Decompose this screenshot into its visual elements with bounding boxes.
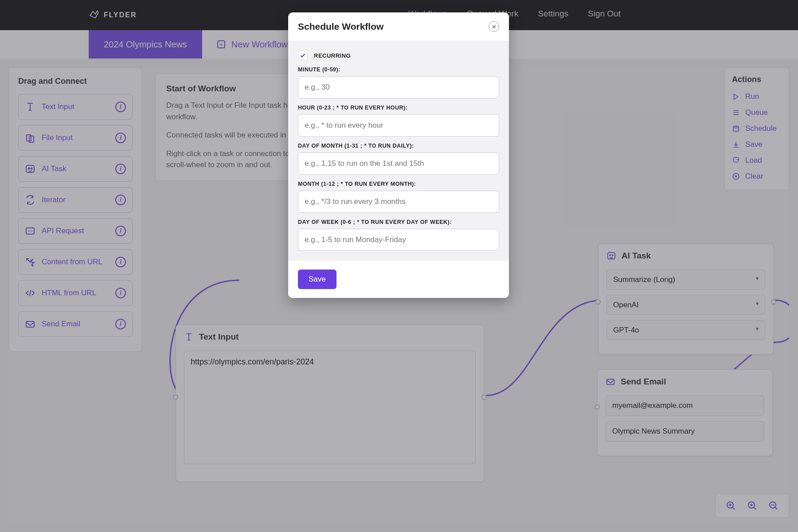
modal-overlay[interactable]: Schedule Workflow ✕ Recurring Minute (0-… — [0, 0, 798, 532]
modal-title: Schedule Workflow — [298, 21, 383, 32]
recurring-label: Recurring — [314, 52, 351, 59]
hour-input[interactable] — [298, 114, 499, 137]
dow-label: Day of Week (0-6 ; * to run every day of… — [298, 219, 499, 225]
schedule-modal: Schedule Workflow ✕ Recurring Minute (0-… — [288, 12, 509, 298]
day-of-month-input[interactable] — [298, 153, 499, 175]
month-label: Month (1-12 ; * to run every month): — [298, 181, 499, 187]
check-icon — [299, 52, 306, 59]
dom-label: Day of Month (1-31 ; * to run daily): — [298, 143, 499, 149]
minute-label: Minute (0-59): — [298, 66, 499, 73]
modal-close-button[interactable]: ✕ — [489, 21, 499, 32]
recurring-checkbox[interactable] — [298, 51, 308, 60]
save-button[interactable]: Save — [298, 270, 336, 289]
hour-label: Hour (0-23 ; * to run every hour): — [298, 105, 499, 111]
month-input[interactable] — [298, 191, 499, 213]
close-icon: ✕ — [492, 23, 497, 30]
day-of-week-input[interactable] — [298, 229, 499, 251]
minute-input[interactable] — [298, 76, 499, 98]
